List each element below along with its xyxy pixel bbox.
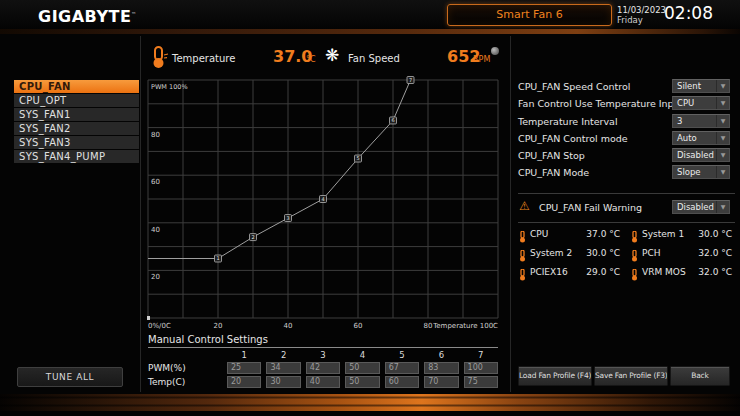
setting-row-4: CPU_FAN StopDisabled▼ <box>518 147 730 164</box>
setting-value: 3 <box>673 115 716 127</box>
divider-sidebar-chart <box>140 36 141 392</box>
svg-text:7: 7 <box>409 77 412 83</box>
axis-label: 80 <box>424 322 433 330</box>
load-fan-profile-button[interactable]: Load Fan Profile (F4) <box>518 366 592 386</box>
setting-dropdown[interactable]: Disabled▼ <box>672 148 730 162</box>
manual-cell-input[interactable]: 20 <box>227 376 261 388</box>
fan-speed-unit: RPM <box>473 55 490 64</box>
setting-label: CPU_FAN Mode <box>518 167 589 178</box>
back-button[interactable]: Back <box>670 366 730 386</box>
manual-cell-input[interactable]: 50 <box>345 376 379 388</box>
setting-dropdown[interactable]: Slope▼ <box>672 165 730 179</box>
temp-name: System 2 <box>530 248 572 258</box>
curve-point-2[interactable]: 2 <box>250 234 257 241</box>
axis-label: 40 <box>284 322 293 330</box>
temp-readout-vrm-mos: VRM MOS32.0 °C <box>630 266 732 278</box>
thermometer-icon <box>630 266 639 285</box>
temp-value: 29.0 °C <box>586 267 620 277</box>
fan-curve-svg[interactable]: PWM 100%204060800%/0C20406080Temperature… <box>147 75 499 331</box>
setting-row-5: CPU_FAN ModeSlope▼ <box>518 164 730 181</box>
thermometer-icon <box>518 266 527 285</box>
fail-warning-dropdown[interactable]: Disabled ▼ <box>672 200 730 214</box>
manual-cell-input[interactable]: 60 <box>385 376 419 388</box>
temp-value: 32.0 °C <box>698 248 732 258</box>
gear-icon[interactable] <box>491 47 499 55</box>
manual-cell-input[interactable]: 100 <box>464 362 498 374</box>
manual-cell-input[interactable]: 34 <box>266 362 300 374</box>
fan-speed-label: Fan Speed <box>348 53 400 64</box>
sidebar-item-sys_fan4_pump[interactable]: SYS_FAN4_PUMP <box>14 150 139 163</box>
sidebar-item-sys_fan1[interactable]: SYS_FAN1 <box>14 108 139 121</box>
divider-chart-settings <box>510 36 511 392</box>
svg-text:3: 3 <box>286 215 289 221</box>
bottom-edge <box>0 411 740 416</box>
manual-col-header: 4 <box>345 350 379 360</box>
manual-cell-input[interactable]: 67 <box>385 362 419 374</box>
axis-label: 20 <box>151 273 160 281</box>
setting-row-3: CPU_FAN Control modeAuto▼ <box>518 130 730 147</box>
fan-icon: ❋ <box>325 45 339 65</box>
temp-readout-pciex16: PCIEX1629.0 °C <box>518 266 620 278</box>
curve-point-6[interactable]: 6 <box>390 117 397 124</box>
save-fan-profile-button[interactable]: Save Fan Profile (F3) <box>594 366 668 386</box>
manual-cell-input[interactable]: 75 <box>464 376 498 388</box>
sidebar-item-cpu_fan[interactable]: CPU_FAN <box>14 80 139 93</box>
sidebar-item-sys_fan2[interactable]: SYS_FAN2 <box>14 122 139 135</box>
curve-point-7[interactable]: 7 <box>407 77 414 84</box>
manual-col-header: 7 <box>464 350 498 360</box>
manual-cell-input[interactable]: 70 <box>424 376 458 388</box>
axis-label: 60 <box>354 322 363 330</box>
setting-dropdown[interactable]: Silent▼ <box>672 79 730 93</box>
temp-value: 32.0 °C <box>698 267 732 277</box>
orange-divider-top <box>0 29 740 34</box>
fail-warning-label: CPU_FAN Fail Warning <box>539 202 642 213</box>
curve-point-3[interactable]: 3 <box>285 215 292 222</box>
manual-cell-input[interactable]: 25 <box>227 362 261 374</box>
axis-label: 0%/0C <box>148 322 171 330</box>
temp-value: 30.0 °C <box>698 229 732 239</box>
temp-name: PCIEX16 <box>530 267 568 277</box>
temperature-label: Temperature <box>172 53 235 64</box>
setting-dropdown[interactable]: 3▼ <box>672 114 730 128</box>
temp-name: PCH <box>642 248 660 258</box>
svg-text:2: 2 <box>251 234 254 240</box>
chevron-down-icon: ▼ <box>716 201 729 213</box>
svg-text:5: 5 <box>356 155 359 161</box>
manual-control-grid: 1234567PWM(%)253442506783100Temp(C)20304… <box>148 350 498 388</box>
setting-dropdown[interactable]: Auto▼ <box>672 131 730 145</box>
manual-col-header: 5 <box>385 350 419 360</box>
setting-value: Silent <box>673 80 716 92</box>
curve-point-4[interactable]: 4 <box>320 196 327 203</box>
smart-fan-screen: GIGABYTE™ Smart Fan 6 11/03/2023 Friday … <box>0 0 740 416</box>
setting-value: Auto <box>673 132 716 144</box>
manual-cell-input[interactable]: 40 <box>306 376 340 388</box>
sidebar-item-cpu_opt[interactable]: CPU_OPT <box>14 94 139 107</box>
setting-row-0: CPU_FAN Speed ControlSilent▼ <box>518 78 730 95</box>
temp-value: 30.0 °C <box>586 248 620 258</box>
setting-label: CPU_FAN Stop <box>518 150 585 161</box>
sidebar-item-sys_fan3[interactable]: SYS_FAN3 <box>14 136 139 149</box>
temp-readout-system-1: System 130.0 °C <box>630 228 732 240</box>
warning-icon: ⚠ <box>519 199 530 213</box>
thermometer-icon <box>518 247 527 266</box>
manual-cell-input[interactable]: 83 <box>424 362 458 374</box>
thermometer-icon <box>630 247 639 266</box>
temp-name: System 1 <box>642 229 684 239</box>
separator-above-fail-warning <box>518 193 735 194</box>
setting-dropdown[interactable]: CPU▼ <box>672 96 730 110</box>
manual-cell-input[interactable]: 30 <box>266 376 300 388</box>
temp-readout-cpu: CPU37.0 °C <box>518 228 620 240</box>
manual-col-header: 2 <box>266 350 300 360</box>
manual-cell-input[interactable]: 42 <box>306 362 340 374</box>
manual-cell-input[interactable]: 50 <box>345 362 379 374</box>
chevron-down-icon: ▼ <box>716 80 729 92</box>
temp-name: VRM MOS <box>642 267 686 277</box>
setting-label: CPU_FAN Control mode <box>518 133 628 144</box>
curve-origin-handle[interactable] <box>147 316 150 320</box>
axis-label: 20 <box>214 322 223 330</box>
tune-all-button[interactable]: TUNE ALL <box>17 367 123 387</box>
tab-smart-fan-6[interactable]: Smart Fan 6 <box>447 4 612 26</box>
manual-row-label: PWM(%) <box>148 363 222 373</box>
curve-point-1[interactable]: 1 <box>215 255 222 262</box>
curve-point-5[interactable]: 5 <box>355 155 362 162</box>
